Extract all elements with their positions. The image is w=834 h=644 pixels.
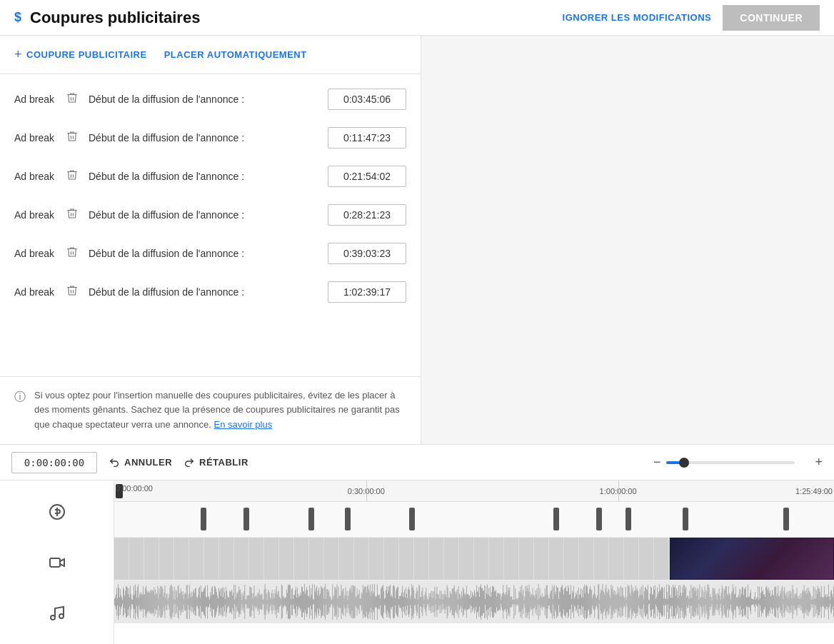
svg-rect-428 — [419, 586, 420, 618]
svg-rect-324 — [345, 595, 346, 608]
svg-rect-103 — [186, 594, 186, 610]
ad-break-marker[interactable] — [243, 508, 249, 530]
delete-icon[interactable] — [66, 91, 80, 107]
ad-break-marker[interactable] — [553, 508, 559, 530]
ad-break-marker[interactable] — [345, 508, 351, 530]
ad-break-row: Ad break Début de la diffusion de l'anno… — [0, 157, 421, 196]
ruler-line-60 — [618, 481, 619, 501]
svg-rect-405 — [403, 597, 403, 607]
svg-rect-109 — [190, 593, 191, 610]
svg-rect-905 — [763, 590, 763, 613]
break-desc: Début de la diffusion de l'annonce : — [89, 171, 319, 182]
svg-rect-842 — [718, 593, 718, 610]
svg-rect-756 — [655, 599, 656, 605]
svg-rect-127 — [203, 591, 204, 613]
svg-rect-974 — [813, 600, 813, 605]
svg-rect-659 — [586, 585, 586, 618]
svg-rect-281 — [313, 600, 314, 604]
time-input[interactable] — [328, 89, 406, 110]
svg-rect-418 — [412, 588, 413, 615]
auto-place-button[interactable]: PLACER AUTOMATIQUEMENT — [164, 49, 307, 60]
delete-icon[interactable] — [66, 207, 80, 223]
svg-rect-615 — [554, 585, 555, 619]
svg-rect-370 — [378, 594, 378, 609]
svg-rect-450 — [436, 600, 436, 604]
svg-rect-4 — [114, 599, 115, 605]
delete-icon[interactable] — [66, 130, 80, 146]
svg-rect-308 — [333, 598, 333, 606]
info-text: Si vous optez pour l'insertion manuelle … — [34, 388, 406, 433]
svg-rect-979 — [816, 590, 817, 613]
zoom-out-button[interactable]: − — [653, 455, 661, 470]
ad-break-marker[interactable] — [201, 508, 206, 530]
svg-rect-228 — [276, 593, 276, 610]
svg-rect-459 — [442, 594, 443, 610]
delete-icon[interactable] — [66, 168, 80, 184]
ad-break-marker[interactable] — [683, 508, 688, 530]
svg-rect-86 — [174, 599, 174, 605]
timeline-area: 0:00:00:00 ANNULER RÉTABLIR − + — [0, 444, 834, 644]
svg-rect-326 — [346, 596, 347, 608]
svg-rect-89 — [176, 590, 176, 614]
video-camera-icon — [49, 554, 66, 571]
svg-rect-315 — [338, 587, 338, 618]
svg-rect-106 — [188, 598, 189, 605]
svg-rect-792 — [681, 596, 682, 608]
ad-break-marker[interactable] — [783, 508, 789, 530]
time-display[interactable]: 0:00:00:00 — [11, 452, 97, 473]
zoom-slider[interactable] — [666, 461, 809, 464]
svg-rect-216 — [267, 600, 268, 604]
svg-rect-471 — [451, 593, 451, 610]
svg-rect-487 — [462, 596, 463, 608]
time-input[interactable] — [328, 204, 406, 226]
learn-more-link[interactable]: En savoir plus — [214, 419, 273, 430]
continue-button[interactable]: CONTINUER — [723, 5, 820, 31]
svg-rect-884 — [748, 585, 748, 620]
add-break-button[interactable]: + COUPURE PUBLICITAIRE — [14, 47, 147, 62]
svg-rect-248 — [290, 585, 291, 619]
svg-rect-43 — [142, 595, 143, 609]
svg-rect-227 — [275, 590, 276, 615]
ad-break-marker[interactable] — [626, 508, 631, 530]
delete-icon[interactable] — [66, 284, 80, 300]
zoom-in-button[interactable]: + — [815, 455, 823, 470]
svg-rect-461 — [443, 594, 444, 610]
svg-rect-22 — [127, 588, 128, 616]
svg-rect-906 — [763, 594, 764, 609]
time-input[interactable] — [328, 243, 406, 264]
svg-rect-698 — [614, 590, 615, 613]
ad-break-marker[interactable] — [409, 508, 415, 530]
svg-rect-31 — [134, 585, 134, 618]
svg-rect-591 — [537, 588, 538, 615]
delete-icon[interactable] — [66, 246, 80, 261]
svg-rect-345 — [360, 599, 361, 605]
svg-rect-190 — [248, 595, 248, 608]
svg-rect-194 — [251, 588, 252, 616]
zoom-thumb[interactable] — [679, 458, 689, 468]
time-input[interactable] — [328, 166, 406, 187]
svg-rect-107 — [189, 594, 189, 610]
svg-rect-362 — [372, 584, 373, 620]
svg-rect-341 — [357, 588, 358, 615]
svg-rect-958 — [801, 598, 802, 606]
undo-button[interactable]: ANNULER — [109, 457, 172, 468]
svg-rect-413 — [408, 587, 409, 617]
ad-break-marker[interactable] — [308, 508, 314, 530]
redo-button[interactable]: RÉTABLIR — [184, 457, 248, 468]
svg-rect-713 — [625, 598, 626, 607]
svg-rect-295 — [323, 598, 324, 605]
svg-rect-781 — [673, 588, 674, 617]
svg-rect-624 — [561, 588, 561, 617]
svg-rect-877 — [743, 588, 743, 617]
time-input[interactable] — [328, 281, 406, 303]
time-input[interactable] — [328, 127, 406, 149]
ad-break-marker[interactable] — [596, 508, 602, 530]
svg-rect-460 — [443, 600, 443, 604]
ignore-button[interactable]: IGNORER LES MODIFICATIONS — [563, 12, 712, 23]
svg-rect-312 — [336, 590, 336, 615]
svg-rect-116 — [195, 588, 196, 615]
svg-rect-869 — [737, 598, 738, 605]
svg-rect-900 — [759, 587, 760, 618]
video-track — [114, 538, 834, 580]
svg-rect-861 — [731, 593, 732, 610]
